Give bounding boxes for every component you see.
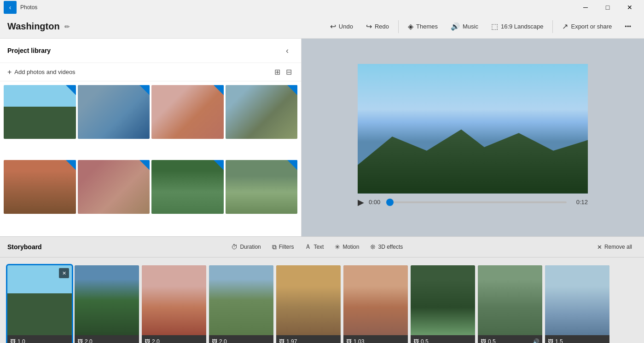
aspect-button[interactable]: ⬚ 16:9 Landscape [486,19,549,34]
storyboard-item-info: 🖼 2.0 [75,335,139,343]
redo-label: Redo [375,23,389,30]
filters-button[interactable]: ⧉ Filters [267,241,299,253]
storyboard-image-icon: 🖼 [77,338,83,343]
storyboard-duration: 0.5 [488,338,496,343]
play-button[interactable]: ▶ [358,197,364,207]
storyboard-item-5[interactable]: 🖼 1.97 [276,265,341,343]
undo-icon: ↩ [330,22,336,31]
storyboard-thumb-img [75,265,139,335]
storyboard-duration: 2.0 [152,338,160,343]
effects-button[interactable]: ❊ 3D effects [366,241,407,253]
redo-icon: ↪ [366,22,372,31]
library-photo-7[interactable] [151,160,224,214]
storyboard-title: Storyboard [7,243,42,251]
motion-button[interactable]: ✳ Motion [330,241,364,253]
library-photo-1[interactable] [4,85,76,139]
storyboard-item-info: 🖼 1.0 [7,335,72,343]
library-photo-8[interactable] [226,160,298,214]
filters-label: Filters [279,244,294,250]
photo-thumbnail-img [78,85,150,139]
sound-icon: 🔊 [533,338,540,343]
storyboard-duration: 2.0 [219,338,227,343]
separator-1 [398,20,399,33]
storyboard-item-info: 🖼 1.03 [343,335,408,343]
storyboard-item-9[interactable]: 🖼 1.5 [545,265,609,343]
panel-toolbar: + Add photos and videos ⊞ ⊟ [0,63,301,81]
remove-all-button[interactable]: ✕ Remove all [592,241,637,253]
music-icon: 🔊 [451,22,460,31]
project-library-panel: Project library ‹ + Add photos and video… [0,39,302,236]
storyboard-thumb-img [411,265,475,335]
add-photos-button[interactable]: + Add photos and videos [7,68,75,76]
text-label: Text [313,244,324,250]
library-photo-5[interactable] [4,160,76,214]
text-icon: Ａ [305,243,311,251]
photo-flag [287,160,297,170]
toolbar-actions: ↩ Undo ↪ Redo ◈ Themes 🔊 Music ⬚ 16:9 La… [325,19,637,34]
add-icon: + [7,68,12,76]
aspect-label: 16:9 Landscape [501,23,544,30]
seekbar[interactable] [390,201,567,203]
storyboard-item-6[interactable]: 🖼 1.03 [343,265,408,343]
edit-title-icon[interactable]: ✏ [64,23,70,30]
seekbar-thumb[interactable] [386,199,394,206]
library-photo-3[interactable] [151,85,224,139]
grid-small-button[interactable]: ⊞ [273,67,282,77]
storyboard-item-info: 🖼 1.97 [276,335,341,343]
music-button[interactable]: 🔊 Music [445,19,484,34]
storyboard-item-1[interactable]: 🖼 1.0 ✕ [7,265,72,343]
library-photo-2[interactable] [78,85,150,139]
close-button[interactable]: ✕ [619,0,640,15]
maximize-button[interactable]: □ [597,0,618,15]
time-current: 0:00 [369,199,385,206]
storyboard-image-icon: 🖼 [279,338,284,343]
storyboard-item-2[interactable]: 🖼 2.0 [75,265,139,343]
storyboard-duration: 1.97 [286,338,297,343]
photo-flag [287,85,297,95]
undo-button[interactable]: ↩ Undo [325,19,359,34]
storyboard-image-icon: 🖼 [548,338,553,343]
themes-button[interactable]: ◈ Themes [402,19,443,34]
preview-frame [358,64,588,193]
storyboard-item-7[interactable]: 🖼 0.5 [411,265,475,343]
themes-label: Themes [416,23,438,30]
storyboard-duration: 1.5 [555,338,563,343]
export-icon: ↗ [562,22,568,31]
panel-title: Project library [7,47,281,54]
storyboard-image-icon: 🖼 [145,338,150,343]
panel-collapse-button[interactable]: ‹ [281,44,294,57]
minimize-button[interactable]: ─ [575,0,596,15]
redo-button[interactable]: ↪ Redo [360,19,395,34]
storyboard-image-icon: 🖼 [413,338,419,343]
grid-large-button[interactable]: ⊟ [284,67,294,77]
main-content: Project library ‹ + Add photos and video… [0,39,644,236]
photo-thumbnail-img [226,160,298,214]
storyboard-item-info: 🖼 0.5 🔊 [478,335,542,343]
storyboard-item-3[interactable]: 🖼 2.0 [142,265,206,343]
duration-button[interactable]: ⏱ Duration [226,241,265,253]
storyboard-thumb-img [343,265,408,335]
back-button[interactable]: ‹ [4,1,17,14]
photo-grid [0,81,301,236]
photo-flag [214,85,224,95]
storyboard-thumb-img [142,265,206,335]
motion-icon: ✳ [335,243,340,251]
library-photo-4[interactable] [226,85,298,139]
more-label: ••• [625,23,631,30]
storyboard-close-button[interactable]: ✕ [59,268,69,278]
storyboard-image-icon: 🖼 [346,338,352,343]
storyboard-image-icon: 🖼 [212,338,217,343]
more-button[interactable]: ••• [619,20,637,33]
storyboard-item-4[interactable]: 🖼 2.0 [209,265,273,343]
photo-flag [66,85,76,95]
photo-flag [214,160,224,170]
export-button[interactable]: ↗ Export or share [557,19,617,34]
storyboard-item-8[interactable]: 🖼 0.5 🔊 [478,265,542,343]
library-photo-6[interactable] [78,160,150,214]
photo-flag [139,160,150,170]
storyboard-item-info: 🖼 2.0 [209,335,273,343]
text-button[interactable]: Ａ Text [300,240,328,253]
storyboard-thumb-img [478,265,542,335]
panel-header: Project library ‹ [0,39,301,63]
export-label: Export or share [571,23,612,30]
